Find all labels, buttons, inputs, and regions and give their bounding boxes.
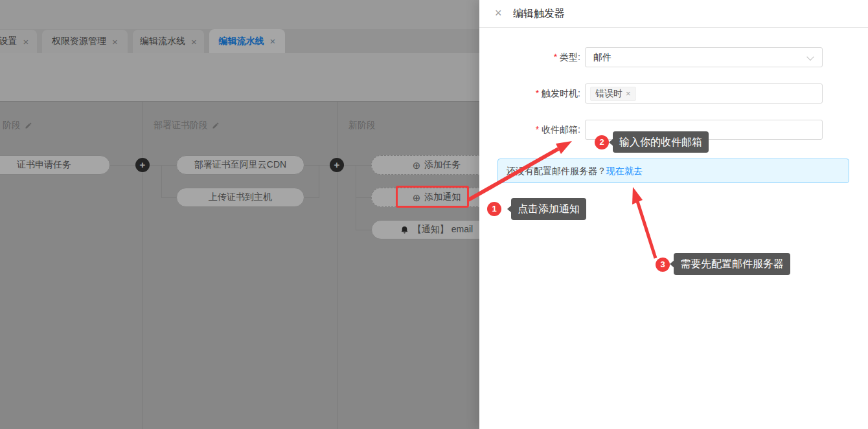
drawer-close-icon[interactable]: × <box>495 6 502 20</box>
alert-text: 还没有配置邮件服务器？ <box>507 166 606 176</box>
configure-now-link[interactable]: 现在就去 <box>606 166 643 176</box>
type-select-value: 邮件 <box>586 52 611 63</box>
step-3-tooltip: 需要先配置邮件服务器 <box>674 253 790 275</box>
drawer-mask[interactable] <box>0 0 479 429</box>
chevron-down-icon <box>806 53 814 60</box>
required-asterisk: * <box>554 52 557 62</box>
drawer-title: 编辑触发器 <box>513 7 565 21</box>
step-3-badge: 3 <box>656 258 670 272</box>
type-select[interactable]: 邮件 <box>585 47 823 67</box>
type-field-label: *类型: <box>490 47 580 67</box>
tag-label: 错误时 <box>595 88 622 100</box>
step-1-badge: 1 <box>487 202 501 216</box>
tag-close-icon[interactable]: × <box>626 89 631 98</box>
step-1-tooltip: 点击添加通知 <box>511 198 586 220</box>
step-2-badge: 2 <box>595 135 609 149</box>
timing-field-label: *触发时机: <box>490 83 580 104</box>
timing-tag[interactable]: 错误时 × <box>590 87 636 101</box>
mail-server-alert: 还没有配置邮件服务器？现在就去 <box>497 159 849 183</box>
required-asterisk: * <box>536 88 539 98</box>
email-field-label: *收件邮箱: <box>490 120 580 140</box>
pipeline-editor-page: 设置 × 权限资源管理 × 编辑流水线 × 编辑流水线 × 阶段 部署证书阶段 … <box>0 0 868 429</box>
step-2-tooltip: 输入你的收件邮箱 <box>613 131 709 153</box>
required-asterisk: * <box>536 124 539 135</box>
drawer-header: × 编辑触发器 <box>479 0 868 28</box>
timing-multiselect[interactable]: 错误时 × <box>585 83 823 104</box>
